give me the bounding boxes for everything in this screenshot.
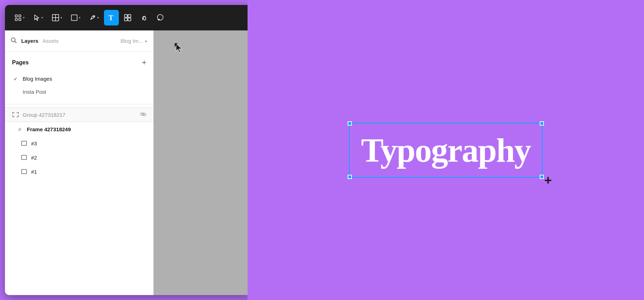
layer-item-1[interactable]: #1 [5, 165, 153, 179]
svg-text:T: T [109, 14, 114, 22]
plus-cursor-icon: + [544, 174, 552, 187]
layer-frame-name: Frame 427318249 [27, 126, 71, 132]
assets-tab[interactable]: Assets [42, 36, 58, 45]
shape-tool-button[interactable]: ▾ [67, 10, 84, 25]
search-icon[interactable] [11, 37, 17, 45]
text-selection-box[interactable]: Typography + [349, 123, 543, 178]
layer-item3-name: #3 [31, 140, 37, 146]
visibility-eye-icon[interactable] [140, 112, 146, 117]
page-check-icon: ✓ [13, 76, 19, 82]
frame-tool-chevron: ▾ [60, 16, 62, 19]
svg-rect-12 [124, 18, 127, 21]
right-panel [153, 30, 253, 295]
svg-rect-1 [19, 15, 21, 17]
item2-layer-icon [21, 154, 28, 161]
pages-section: Pages + ✓ Blog Images Insta Post [5, 52, 153, 104]
pages-header: Pages + [12, 59, 146, 67]
svg-line-19 [15, 41, 17, 43]
components-tool-button[interactable] [120, 10, 135, 25]
frame-layer-icon: # [16, 126, 23, 133]
layers-tab[interactable]: Layers [21, 36, 38, 45]
handle-top-left[interactable] [348, 121, 352, 126]
page-name-blog-images: Blog Images [23, 76, 52, 82]
blog-tab[interactable]: Blog Im... ▲ [121, 38, 148, 44]
layer-frame[interactable]: # Frame 427318249 [5, 122, 153, 136]
layers-section: Group 427318217 # Frame 427318249 [5, 104, 153, 295]
move-tool-chevron: ▾ [23, 16, 25, 19]
toolbar: ▾ ▾ ▾ ▾ [5, 5, 253, 30]
blog-tab-chevron: ▲ [144, 39, 148, 43]
item1-layer-icon [21, 168, 28, 175]
page-item-insta-post[interactable]: Insta Post [12, 85, 146, 98]
pages-title: Pages [12, 59, 29, 66]
page-item-blog-images[interactable]: ✓ Blog Images [12, 72, 146, 85]
group-layer-icon [12, 111, 19, 118]
shape-tool-chevron: ▾ [79, 16, 81, 19]
layer-group[interactable]: Group 427318217 [5, 107, 153, 122]
handle-bottom-right[interactable] [540, 175, 544, 179]
layer-item1-name: #1 [31, 169, 37, 175]
pen-tool-chevron: ▾ [97, 16, 99, 19]
hand-tool-button[interactable] [137, 10, 151, 25]
panels-row: Layers Assets Blog Im... ▲ Pages + ✓ Blo… [5, 30, 253, 295]
comment-tool-button[interactable] [153, 10, 168, 25]
add-page-button[interactable]: + [142, 59, 146, 67]
move-tool-button[interactable]: ▾ [11, 10, 28, 25]
frame-tool-button[interactable]: ▾ [48, 10, 66, 25]
select-tool-chevron: ▾ [41, 16, 43, 19]
app-window: ▾ ▾ ▾ ▾ [5, 5, 253, 295]
layer-item-2[interactable]: #2 [5, 150, 153, 165]
svg-rect-7 [71, 15, 77, 21]
handle-top-right[interactable] [540, 121, 544, 126]
layer-item-3[interactable]: #3 [5, 136, 153, 150]
item3-layer-icon [21, 140, 28, 147]
sidebar-header: Layers Assets Blog Im... ▲ [5, 30, 153, 52]
svg-rect-0 [15, 15, 17, 17]
typography-canvas: Typography + [248, 0, 644, 300]
layer-group-name: Group 427318217 [23, 112, 65, 118]
page-name-insta-post: Insta Post [23, 89, 46, 95]
sidebar: Layers Assets Blog Im... ▲ Pages + ✓ Blo… [5, 30, 153, 295]
select-tool-button[interactable]: ▾ [30, 10, 47, 25]
svg-rect-2 [15, 18, 17, 21]
text-tool-button[interactable]: T [104, 10, 119, 25]
layer-item2-name: #2 [31, 155, 37, 161]
svg-rect-13 [128, 18, 131, 21]
typography-text: Typography [361, 131, 531, 169]
svg-rect-3 [19, 18, 21, 21]
handle-bottom-left[interactable] [348, 175, 352, 179]
pen-tool-button[interactable]: ▾ [86, 10, 103, 25]
